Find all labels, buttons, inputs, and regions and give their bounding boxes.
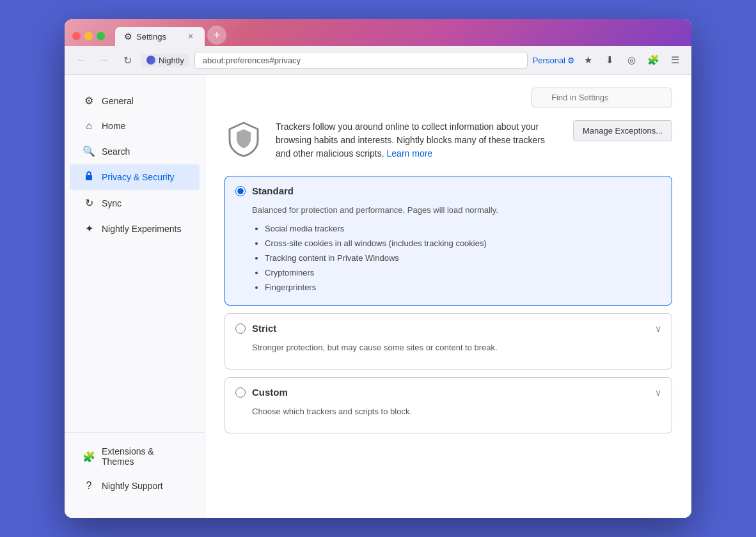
standard-card-body: Balanced for protection and performance.… bbox=[225, 205, 672, 305]
strict-protection-card: Strict ∨ Stronger protection, but may ca… bbox=[224, 313, 672, 370]
sidebar-item-privacy[interactable]: Privacy & Security bbox=[70, 164, 200, 190]
main-content: ⚙ General ⌂ Home 🔍 Search bbox=[65, 75, 691, 518]
sidebar-sync-label: Sync bbox=[102, 198, 122, 208]
list-item: Tracking content in Private Windows bbox=[265, 251, 661, 265]
sidebar-item-sync[interactable]: ↻ Sync bbox=[70, 191, 200, 215]
browser-brand: Nightly bbox=[141, 54, 189, 67]
star-button[interactable]: ★ bbox=[579, 51, 597, 69]
experiments-icon: ✦ bbox=[83, 222, 95, 235]
close-button[interactable] bbox=[72, 32, 81, 40]
extensions-icon: 🧩 bbox=[83, 451, 95, 463]
traffic-lights bbox=[72, 32, 105, 40]
tracker-description: Trackers follow you around online to col… bbox=[276, 120, 560, 160]
url-bar[interactable] bbox=[194, 52, 528, 69]
tab-close-button[interactable]: ✕ bbox=[185, 31, 196, 42]
sidebar-home-label: Home bbox=[102, 121, 125, 131]
list-item: Social media trackers bbox=[265, 221, 661, 236]
learn-more-link[interactable]: Learn more bbox=[387, 148, 433, 159]
settings-tab[interactable]: ⚙ Settings ✕ bbox=[115, 27, 205, 46]
sidebar-item-experiments[interactable]: ✦ Nightly Experiments bbox=[70, 216, 200, 241]
personal-label: Personal bbox=[533, 56, 565, 65]
nav-right-controls: Personal ⚙ ★ ⬇ ◎ 🧩 ☰ bbox=[533, 51, 684, 69]
sidebar-item-search[interactable]: 🔍 Search bbox=[70, 139, 200, 164]
personal-icon: ⚙ bbox=[567, 56, 575, 65]
title-bar: ⚙ Settings ✕ + bbox=[65, 19, 691, 46]
content-pane: 🔍 Trackers follow you around online to c… bbox=[205, 75, 691, 518]
account-button[interactable]: ◎ bbox=[622, 51, 640, 69]
tab-bar: ⚙ Settings ✕ + bbox=[115, 26, 684, 46]
custom-card-header[interactable]: Custom ∨ bbox=[225, 378, 672, 407]
minimize-button[interactable] bbox=[84, 32, 93, 40]
download-button[interactable]: ⬇ bbox=[601, 51, 618, 69]
custom-card-body: Choose which trackers and scripts to blo… bbox=[225, 407, 672, 433]
nav-bar: ← → ↻ Nightly Personal ⚙ ★ ⬇ ◎ 🧩 ☰ bbox=[65, 46, 691, 75]
standard-description: Balanced for protection and performance.… bbox=[252, 205, 661, 215]
tracker-header: Trackers follow you around online to col… bbox=[224, 120, 672, 160]
general-icon: ⚙ bbox=[83, 95, 95, 107]
sidebar-item-general[interactable]: ⚙ General bbox=[70, 88, 200, 113]
new-tab-button[interactable]: + bbox=[207, 26, 226, 45]
strict-card-body: Stronger protection, but may cause some … bbox=[225, 343, 672, 369]
settings-tab-label: Settings bbox=[136, 32, 166, 42]
sidebar-item-support[interactable]: ? Nightly Support bbox=[70, 474, 200, 498]
standard-items-list: Social media trackers Cross-site cookies… bbox=[252, 221, 661, 295]
lock-icon bbox=[83, 171, 95, 183]
shield-icon bbox=[227, 121, 260, 157]
standard-card-header[interactable]: Standard bbox=[225, 176, 672, 205]
list-item: Cross-site cookies in all windows (inclu… bbox=[265, 236, 661, 251]
strict-radio[interactable] bbox=[235, 323, 246, 334]
sidebar-experiments-label: Nightly Experiments bbox=[102, 224, 182, 234]
sidebar: ⚙ General ⌂ Home 🔍 Search bbox=[65, 75, 205, 518]
sidebar-item-extensions[interactable]: 🧩 Extensions & Themes bbox=[70, 440, 200, 473]
sidebar-privacy-label: Privacy & Security bbox=[102, 172, 175, 182]
search-bar-container: 🔍 bbox=[224, 88, 672, 107]
custom-radio[interactable] bbox=[235, 387, 246, 398]
custom-protection-card: Custom ∨ Choose which trackers and scrip… bbox=[224, 377, 672, 433]
sidebar-item-home[interactable]: ⌂ Home bbox=[70, 114, 200, 138]
sidebar-support-label: Nightly Support bbox=[102, 481, 163, 491]
custom-label: Custom bbox=[252, 387, 288, 398]
settings-tab-icon: ⚙ bbox=[124, 31, 132, 42]
sidebar-bottom: 🧩 Extensions & Themes ? Nightly Support bbox=[65, 432, 205, 505]
sidebar-general-label: General bbox=[102, 96, 134, 106]
personal-account-button[interactable]: Personal ⚙ bbox=[533, 56, 575, 65]
menu-button[interactable]: ☰ bbox=[666, 51, 684, 69]
maximize-button[interactable] bbox=[97, 32, 105, 40]
strict-radio-label: Strict bbox=[235, 323, 655, 334]
sidebar-search-label: Search bbox=[102, 146, 130, 157]
find-settings-wrapper: 🔍 bbox=[532, 88, 672, 107]
manage-exceptions-button[interactable]: Manage Exceptions... bbox=[573, 120, 672, 141]
find-settings-input[interactable] bbox=[532, 88, 672, 107]
strict-label: Strict bbox=[252, 323, 276, 334]
svg-rect-0 bbox=[86, 175, 92, 180]
list-item: Fingerprinters bbox=[265, 280, 661, 295]
custom-description: Choose which trackers and scripts to blo… bbox=[252, 407, 661, 416]
shield-icon-container bbox=[224, 120, 263, 159]
support-icon: ? bbox=[83, 480, 95, 492]
search-nav-icon: 🔍 bbox=[83, 145, 95, 157]
strict-description: Stronger protection, but may cause some … bbox=[252, 343, 661, 352]
sidebar-extensions-label: Extensions & Themes bbox=[102, 446, 187, 467]
reload-button[interactable]: ↻ bbox=[118, 51, 136, 69]
standard-radio[interactable] bbox=[235, 186, 246, 196]
strict-card-header[interactable]: Strict ∨ bbox=[225, 314, 672, 343]
back-button[interactable]: ← bbox=[72, 51, 90, 69]
standard-radio-label: Standard bbox=[235, 185, 661, 196]
standard-protection-card: Standard Balanced for protection and per… bbox=[224, 176, 672, 306]
strict-chevron-icon: ∨ bbox=[655, 323, 661, 334]
sync-icon: ↻ bbox=[83, 197, 95, 209]
sidebar-nav: ⚙ General ⌂ Home 🔍 Search bbox=[65, 88, 205, 432]
extension-button[interactable]: 🧩 bbox=[644, 51, 662, 69]
list-item: Cryptominers bbox=[265, 265, 661, 280]
forward-button[interactable]: → bbox=[95, 51, 113, 69]
custom-radio-label: Custom bbox=[235, 387, 655, 398]
home-icon: ⌂ bbox=[83, 120, 95, 132]
brand-name: Nightly bbox=[159, 56, 184, 65]
standard-label: Standard bbox=[252, 185, 294, 196]
custom-chevron-icon: ∨ bbox=[655, 387, 661, 398]
brand-logo bbox=[146, 56, 155, 65]
browser-window: ⚙ Settings ✕ + ← → ↻ Nightly Personal ⚙ … bbox=[65, 19, 691, 518]
